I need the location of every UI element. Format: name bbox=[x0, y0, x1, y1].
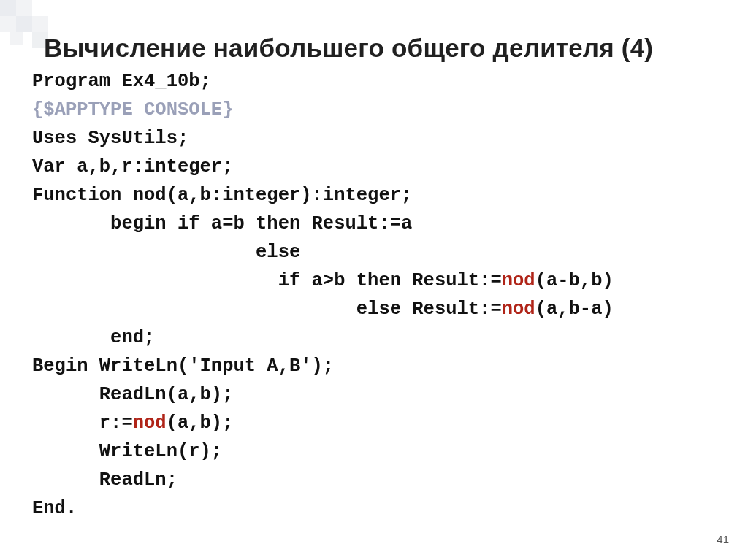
code-line: End. bbox=[32, 498, 77, 519]
deco-square bbox=[32, 16, 48, 32]
code-call: nod bbox=[502, 270, 535, 291]
page-number: 41 bbox=[717, 533, 729, 545]
code-call: nod bbox=[133, 413, 167, 434]
code-line: end; bbox=[32, 327, 155, 348]
deco-square bbox=[10, 32, 23, 45]
code-line: else bbox=[32, 242, 300, 263]
code-frag: if a>b then Result:= bbox=[32, 270, 502, 291]
code-call: nod bbox=[502, 299, 535, 320]
deco-square bbox=[16, 0, 32, 16]
code-line: Begin WriteLn('Input A,B'); bbox=[32, 356, 334, 377]
code-line: else Result:=nod(a,b-a) bbox=[32, 299, 614, 320]
code-line: r:=nod(a,b); bbox=[32, 413, 233, 434]
slide: Вычисление наибольшего общего делителя (… bbox=[0, 0, 748, 560]
code-line: begin if a=b then Result:=a bbox=[32, 213, 412, 234]
code-frag: (a,b); bbox=[167, 413, 234, 434]
code-line: Function nod(a,b:integer):integer; bbox=[32, 185, 412, 206]
code-line: Var a,b,r:integer; bbox=[32, 156, 233, 177]
deco-square bbox=[16, 16, 32, 32]
code-line: ReadLn(a,b); bbox=[32, 384, 233, 405]
code-block: Program Ex4_10b; {$APPTYPE CONSOLE} Uses… bbox=[32, 67, 614, 523]
code-frag: (a,b-a) bbox=[535, 299, 614, 320]
slide-title: Вычисление наибольшего общего делителя (… bbox=[44, 34, 745, 63]
code-line: if a>b then Result:=nod(a-b,b) bbox=[32, 270, 614, 291]
code-frag: else Result:= bbox=[32, 299, 502, 320]
code-line: Program Ex4_10b; bbox=[32, 71, 211, 92]
code-line: WriteLn(r); bbox=[32, 441, 222, 462]
code-line-directive: {$APPTYPE CONSOLE} bbox=[32, 99, 233, 120]
deco-square bbox=[0, 16, 16, 32]
code-line: ReadLn; bbox=[32, 469, 178, 491]
code-frag: r:= bbox=[32, 413, 133, 434]
code-frag: (a-b,b) bbox=[535, 270, 614, 291]
deco-square bbox=[0, 0, 16, 16]
code-line: Uses SysUtils; bbox=[32, 128, 188, 149]
